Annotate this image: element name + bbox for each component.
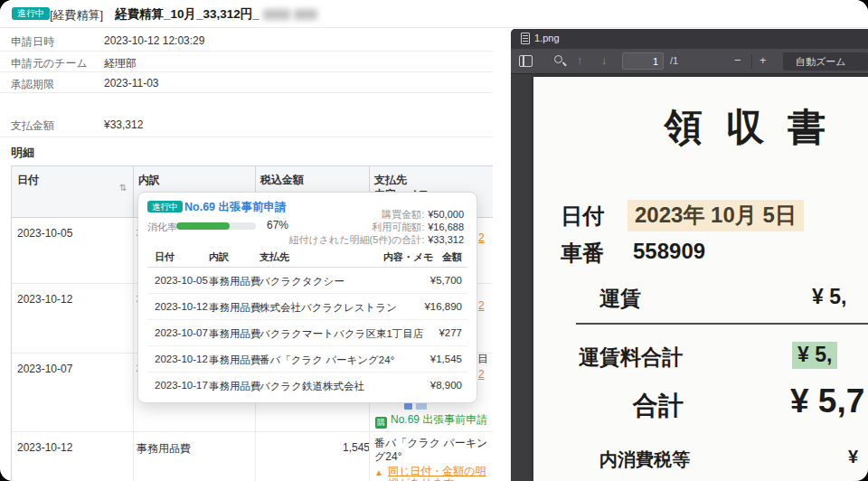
sort-icon[interactable]: ⇅: [119, 183, 127, 193]
summary-label: 利用可能額:: [372, 222, 424, 232]
rate-label: 消化率: [147, 221, 177, 234]
summary-label: 紐付けされた明細(5件)の合計:: [288, 234, 424, 245]
cell-date: 2023-10-17: [155, 380, 208, 391]
cell-payee-block: 番バ「クラク パーキング24° ▲同じ日付・金額の明細があります 添付ファイル:…: [374, 437, 490, 481]
cell-breakdown: 事務用品費: [209, 275, 261, 288]
popup-col-date: 日付: [155, 250, 175, 264]
page-up-icon[interactable]: ↑: [577, 53, 583, 67]
page-total: /1: [670, 55, 678, 66]
col-header-breakdown: 内訳: [138, 173, 160, 188]
page-down-icon[interactable]: ↓: [601, 53, 608, 67]
rate-value: 67%: [267, 219, 288, 231]
cell-date: 2023-10-07: [155, 327, 208, 338]
cell-amount: ¥5,700: [430, 275, 462, 286]
col-header-date: 日付: [17, 173, 39, 188]
receipt-subtotal-value: ¥ 5,: [792, 342, 837, 369]
clipped-fragment: 2: [478, 368, 485, 381]
popup-row: 2023-10-12 事務用品費 番バ「クラク パーキング24° ¥1,545: [147, 346, 467, 373]
cell-breakdown: 事務用品費: [209, 301, 261, 315]
receipt-total-label: 合計: [633, 389, 684, 423]
attachment-icon-fragment: [416, 403, 427, 410]
receipt-divider: [576, 323, 868, 325]
duplicate-warning-link[interactable]: 同じ日付・金額の明細があります: [388, 465, 486, 481]
divider: [133, 284, 134, 353]
summary-line: 紐付けされた明細(5件)の合計:¥33,312: [288, 233, 464, 247]
rate-progress-bar: [176, 222, 256, 230]
cell-amount: ¥8,900: [430, 380, 462, 391]
meta-label: 申請日時: [11, 34, 54, 50]
cell-date: 2023-10-12: [155, 301, 208, 312]
divider: [369, 432, 370, 481]
meta-row: 申請元のチーム 経理部: [0, 52, 493, 72]
col-header-amount: 税込金額: [260, 173, 304, 188]
payment-value: ¥33,312: [104, 118, 143, 131]
payment-label: 支払金額: [11, 118, 54, 134]
popup-status-badge: 進行中: [147, 201, 183, 212]
receipt-date-value: 2023年 10月 5日: [627, 200, 804, 231]
warning-icon: ▲: [374, 467, 383, 478]
cell-date: 2023-10-12: [155, 354, 208, 364]
cell-date: 2023-10-05: [155, 275, 208, 286]
cell-breakdown: 事務用品費: [209, 380, 261, 393]
meta-row: 申請日時 2023-10-12 12:03:29: [0, 30, 493, 52]
header-bar: 進行中 [経費精算] 経費精算_10月_33,312円_: [0, 0, 868, 28]
cell-payee: バクラクタクシー: [259, 275, 344, 288]
popup-title-link[interactable]: No.69 出張事前申請: [184, 200, 287, 215]
receipt-title: 領収書: [665, 102, 849, 153]
clipped-fragment: 2: [478, 299, 485, 312]
divider: [133, 354, 134, 431]
meta-value: 2023-10-12 12:03:29: [104, 34, 204, 47]
pdf-titlebar: 1.png: [511, 29, 868, 49]
page-title: 経費精算_10月_33,312円_: [115, 6, 317, 23]
cell-amount: ¥16,890: [424, 301, 462, 312]
receipt-fare-value: ¥ 5,: [812, 285, 846, 309]
popup-col-payee: 支払先: [259, 250, 289, 264]
popup-row: 2023-10-17 事務用品費 バクラク鉄道株式会社 ¥8,900: [147, 373, 467, 399]
clipped-fragment: 2: [478, 231, 485, 244]
purchase-badge: 購: [375, 417, 387, 429]
redacted-name: [263, 9, 290, 20]
cell-breakdown: 事務用品費: [209, 327, 261, 341]
search-icon[interactable]: [554, 55, 562, 63]
divider: [133, 432, 134, 481]
linked-preapplication-link[interactable]: 購No.69 出張事前申請: [375, 412, 487, 429]
cell-payee: バクラク鉄道株式会社: [259, 380, 364, 393]
cell-amount: ¥277: [439, 327, 462, 338]
receipt-car-label: 車番: [561, 239, 604, 268]
receipt-subtotal-label: 運賃料合計: [579, 344, 683, 372]
zoom-select[interactable]: 自動ズーム: [783, 52, 868, 71]
meta-value: 2023-11-03: [104, 77, 159, 90]
summary-label: 購買金額:: [382, 209, 424, 220]
receipt-fare-label: 運賃: [599, 285, 641, 313]
divider: [255, 432, 256, 481]
file-icon: [521, 33, 530, 44]
duplicate-warning: ▲同じ日付・金額の明細があります: [374, 466, 490, 481]
cell-date: 2023-10-12: [17, 441, 72, 454]
zoom-out-icon[interactable]: −: [734, 53, 741, 67]
popup-col-breakdown: 内訳: [209, 250, 229, 264]
receipt-tax-value: ¥: [848, 447, 858, 467]
cell-date: 2023-10-07: [17, 363, 72, 375]
page-number-input[interactable]: [622, 52, 664, 70]
redacted-name: [294, 9, 317, 20]
clipped-fragment: 目: [477, 352, 488, 367]
popup-row: 2023-10-07 事務用品費 バクラクマートバクラ区東1丁目店 ¥277: [147, 320, 467, 346]
status-badge: 進行中: [12, 7, 50, 20]
receipt-tax-label: 内消費税等: [599, 448, 690, 472]
popup-row: 2023-10-05 事務用品費 バクラクタクシー ¥5,700: [147, 268, 467, 294]
app-window: 進行中 [経費精算] 経費精算_10月_33,312円_ 申請日時 2023-1…: [0, 0, 868, 481]
sidebar-toggle-icon[interactable]: [519, 55, 533, 67]
zoom-in-icon[interactable]: +: [760, 53, 767, 67]
receipt-total-value: ¥ 5,7: [790, 382, 864, 420]
rate-progress-fill: [176, 222, 230, 230]
cell-amount: ¥1,545: [430, 354, 462, 364]
pdf-filename: 1.png: [534, 33, 560, 43]
request-category: [経費精算]: [50, 7, 103, 24]
divider: [751, 54, 752, 69]
cell-payee: バクラクマートバクラ区東1丁目店: [259, 327, 423, 341]
table-row[interactable]: 2023-10-12 事務用品費 1,545 番バ「クラク パーキング24° ▲…: [12, 432, 493, 481]
cell-amount: 1,545: [343, 441, 370, 454]
pdf-viewer-pane: 1.png ↑ ↓ /1 − + 自動ズーム 領収書 日付 2023年 10月 …: [511, 29, 868, 481]
section-title-details: 明細: [11, 145, 34, 161]
divider: [133, 166, 134, 217]
